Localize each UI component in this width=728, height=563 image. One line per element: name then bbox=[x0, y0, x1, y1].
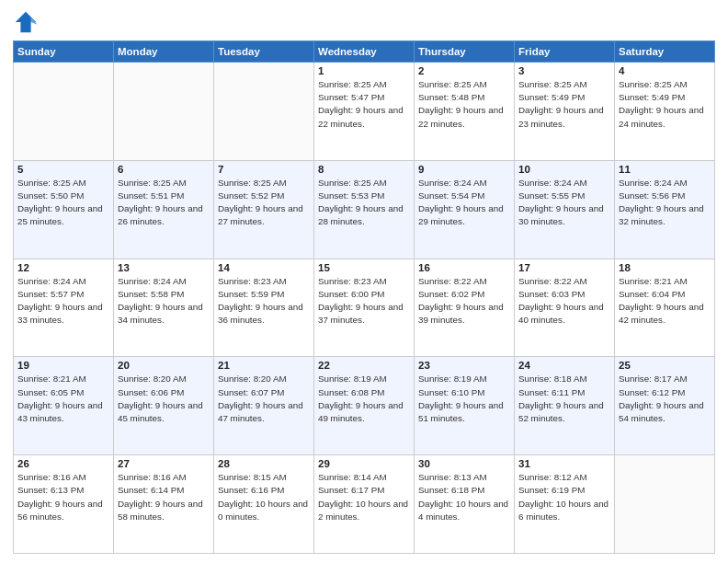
day-number: 12 bbox=[17, 262, 109, 273]
day-number: 13 bbox=[118, 262, 210, 273]
day-info: Sunrise: 8:24 AMSunset: 5:54 PMDaylight:… bbox=[418, 177, 510, 229]
day-info: Sunrise: 8:22 AMSunset: 6:02 PMDaylight:… bbox=[418, 275, 510, 327]
weekday-header-thursday: Thursday bbox=[415, 41, 515, 63]
day-info: Sunrise: 8:21 AMSunset: 6:05 PMDaylight:… bbox=[17, 373, 109, 425]
day-number: 29 bbox=[318, 458, 410, 469]
svg-marker-1 bbox=[31, 17, 38, 24]
day-number: 18 bbox=[619, 262, 711, 273]
day-number: 16 bbox=[418, 262, 510, 273]
weekday-header-monday: Monday bbox=[114, 41, 214, 63]
day-number: 26 bbox=[17, 458, 109, 469]
day-info: Sunrise: 8:20 AMSunset: 6:06 PMDaylight:… bbox=[118, 373, 210, 425]
day-cell bbox=[615, 455, 715, 554]
day-info: Sunrise: 8:25 AMSunset: 5:51 PMDaylight:… bbox=[118, 177, 210, 229]
day-cell: 16Sunrise: 8:22 AMSunset: 6:02 PMDayligh… bbox=[415, 259, 515, 357]
day-number: 25 bbox=[619, 360, 711, 371]
day-info: Sunrise: 8:23 AMSunset: 6:00 PMDaylight:… bbox=[318, 275, 410, 327]
day-cell bbox=[114, 63, 214, 161]
day-cell: 1Sunrise: 8:25 AMSunset: 5:47 PMDaylight… bbox=[314, 63, 415, 161]
page: SundayMondayTuesdayWednesdayThursdayFrid… bbox=[0, 0, 728, 563]
day-number: 4 bbox=[619, 65, 711, 76]
day-info: Sunrise: 8:23 AMSunset: 5:59 PMDaylight:… bbox=[218, 275, 310, 327]
day-number: 3 bbox=[518, 65, 610, 76]
week-row-3: 19Sunrise: 8:21 AMSunset: 6:05 PMDayligh… bbox=[14, 357, 715, 455]
day-cell bbox=[214, 63, 314, 161]
day-info: Sunrise: 8:24 AMSunset: 5:56 PMDaylight:… bbox=[619, 177, 711, 229]
day-cell: 15Sunrise: 8:23 AMSunset: 6:00 PMDayligh… bbox=[314, 259, 415, 357]
day-info: Sunrise: 8:19 AMSunset: 6:08 PMDaylight:… bbox=[318, 373, 410, 425]
day-info: Sunrise: 8:25 AMSunset: 5:49 PMDaylight:… bbox=[619, 78, 711, 131]
week-row-0: 1Sunrise: 8:25 AMSunset: 5:47 PMDaylight… bbox=[14, 63, 715, 161]
day-cell: 17Sunrise: 8:22 AMSunset: 6:03 PMDayligh… bbox=[515, 259, 615, 357]
day-cell: 23Sunrise: 8:19 AMSunset: 6:10 PMDayligh… bbox=[415, 357, 515, 455]
day-number: 6 bbox=[118, 164, 210, 175]
week-row-1: 5Sunrise: 8:25 AMSunset: 5:50 PMDaylight… bbox=[14, 160, 715, 259]
weekday-header-saturday: Saturday bbox=[615, 41, 715, 63]
day-info: Sunrise: 8:25 AMSunset: 5:53 PMDaylight:… bbox=[318, 177, 410, 229]
day-number: 7 bbox=[218, 164, 310, 175]
day-cell: 6Sunrise: 8:25 AMSunset: 5:51 PMDaylight… bbox=[114, 160, 214, 259]
day-cell: 20Sunrise: 8:20 AMSunset: 6:06 PMDayligh… bbox=[114, 357, 214, 455]
logo-icon bbox=[13, 9, 39, 35]
day-number: 11 bbox=[619, 164, 711, 175]
day-number: 21 bbox=[218, 360, 310, 371]
day-info: Sunrise: 8:12 AMSunset: 6:19 PMDaylight:… bbox=[518, 471, 610, 523]
day-number: 5 bbox=[17, 164, 109, 175]
day-info: Sunrise: 8:21 AMSunset: 6:04 PMDaylight:… bbox=[619, 275, 711, 327]
calendar-table: SundayMondayTuesdayWednesdayThursdayFrid… bbox=[13, 40, 715, 554]
day-number: 22 bbox=[318, 360, 410, 371]
day-cell: 28Sunrise: 8:15 AMSunset: 6:16 PMDayligh… bbox=[214, 455, 314, 554]
day-info: Sunrise: 8:24 AMSunset: 5:58 PMDaylight:… bbox=[118, 275, 210, 327]
week-row-4: 26Sunrise: 8:16 AMSunset: 6:13 PMDayligh… bbox=[14, 455, 715, 554]
day-cell: 21Sunrise: 8:20 AMSunset: 6:07 PMDayligh… bbox=[214, 357, 314, 455]
day-cell bbox=[14, 63, 114, 161]
day-number: 27 bbox=[118, 458, 210, 469]
day-cell: 31Sunrise: 8:12 AMSunset: 6:19 PMDayligh… bbox=[515, 455, 615, 554]
day-info: Sunrise: 8:25 AMSunset: 5:47 PMDaylight:… bbox=[318, 78, 410, 131]
day-cell: 30Sunrise: 8:13 AMSunset: 6:18 PMDayligh… bbox=[415, 455, 515, 554]
day-info: Sunrise: 8:19 AMSunset: 6:10 PMDaylight:… bbox=[418, 373, 510, 425]
day-info: Sunrise: 8:25 AMSunset: 5:52 PMDaylight:… bbox=[218, 177, 310, 229]
day-info: Sunrise: 8:16 AMSunset: 6:13 PMDaylight:… bbox=[17, 471, 109, 523]
weekday-header-friday: Friday bbox=[515, 41, 615, 63]
day-number: 31 bbox=[518, 458, 610, 469]
day-info: Sunrise: 8:25 AMSunset: 5:49 PMDaylight:… bbox=[518, 78, 610, 131]
day-info: Sunrise: 8:22 AMSunset: 6:03 PMDaylight:… bbox=[518, 275, 610, 327]
weekday-header-sunday: Sunday bbox=[14, 41, 114, 63]
day-cell: 12Sunrise: 8:24 AMSunset: 5:57 PMDayligh… bbox=[14, 259, 114, 357]
day-cell: 5Sunrise: 8:25 AMSunset: 5:50 PMDaylight… bbox=[14, 160, 114, 259]
day-cell: 10Sunrise: 8:24 AMSunset: 5:55 PMDayligh… bbox=[515, 160, 615, 259]
day-number: 23 bbox=[418, 360, 510, 371]
day-number: 8 bbox=[318, 164, 410, 175]
logo bbox=[13, 9, 42, 35]
day-number: 2 bbox=[418, 65, 510, 76]
day-info: Sunrise: 8:24 AMSunset: 5:55 PMDaylight:… bbox=[518, 177, 610, 229]
day-number: 9 bbox=[418, 164, 510, 175]
day-cell: 4Sunrise: 8:25 AMSunset: 5:49 PMDaylight… bbox=[615, 63, 715, 161]
day-cell: 24Sunrise: 8:18 AMSunset: 6:11 PMDayligh… bbox=[515, 357, 615, 455]
day-cell: 9Sunrise: 8:24 AMSunset: 5:54 PMDaylight… bbox=[415, 160, 515, 259]
day-number: 17 bbox=[518, 262, 610, 273]
day-info: Sunrise: 8:25 AMSunset: 5:50 PMDaylight:… bbox=[17, 177, 109, 229]
week-row-2: 12Sunrise: 8:24 AMSunset: 5:57 PMDayligh… bbox=[14, 259, 715, 357]
weekday-header-tuesday: Tuesday bbox=[214, 41, 314, 63]
day-number: 28 bbox=[218, 458, 310, 469]
day-number: 1 bbox=[318, 65, 410, 76]
day-info: Sunrise: 8:24 AMSunset: 5:57 PMDaylight:… bbox=[17, 275, 109, 327]
day-cell: 7Sunrise: 8:25 AMSunset: 5:52 PMDaylight… bbox=[214, 160, 314, 259]
day-cell: 26Sunrise: 8:16 AMSunset: 6:13 PMDayligh… bbox=[14, 455, 114, 554]
day-number: 19 bbox=[17, 360, 109, 371]
day-info: Sunrise: 8:18 AMSunset: 6:11 PMDaylight:… bbox=[518, 373, 610, 425]
weekday-header-row: SundayMondayTuesdayWednesdayThursdayFrid… bbox=[14, 41, 715, 63]
day-cell: 27Sunrise: 8:16 AMSunset: 6:14 PMDayligh… bbox=[114, 455, 214, 554]
day-number: 24 bbox=[518, 360, 610, 371]
day-cell: 3Sunrise: 8:25 AMSunset: 5:49 PMDaylight… bbox=[515, 63, 615, 161]
day-info: Sunrise: 8:13 AMSunset: 6:18 PMDaylight:… bbox=[418, 471, 510, 523]
day-cell: 25Sunrise: 8:17 AMSunset: 6:12 PMDayligh… bbox=[615, 357, 715, 455]
day-info: Sunrise: 8:20 AMSunset: 6:07 PMDaylight:… bbox=[218, 373, 310, 425]
day-info: Sunrise: 8:25 AMSunset: 5:48 PMDaylight:… bbox=[418, 78, 510, 131]
weekday-header-wednesday: Wednesday bbox=[314, 41, 415, 63]
day-cell: 22Sunrise: 8:19 AMSunset: 6:08 PMDayligh… bbox=[314, 357, 415, 455]
day-cell: 13Sunrise: 8:24 AMSunset: 5:58 PMDayligh… bbox=[114, 259, 214, 357]
day-info: Sunrise: 8:14 AMSunset: 6:17 PMDaylight:… bbox=[318, 471, 410, 523]
